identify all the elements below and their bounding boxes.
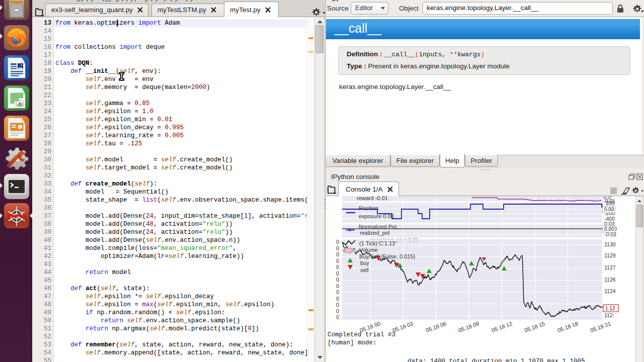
svg-text:0: 0: [336, 314, 339, 320]
svg-text:0: 0: [336, 277, 339, 283]
svg-text:Volume: Volume: [359, 247, 378, 253]
svg-text:0: 0: [336, 239, 339, 245]
svg-text:Normalized PnL: Normalized PnL: [359, 224, 398, 230]
svg-text:200: 200: [606, 200, 615, 206]
svg-text:0: 0: [336, 296, 339, 302]
svg-text:0: 0: [336, 264, 339, 270]
svg-text:0: 0: [336, 289, 339, 295]
svg-text:05.18 15: 05.18 15: [523, 320, 545, 333]
svg-text:0.00: 0.00: [604, 226, 614, 232]
svg-text:0: 0: [336, 283, 339, 289]
svg-text:05.18 06: 05.18 06: [425, 320, 447, 333]
svg-text:0.00: 0.00: [604, 207, 614, 212]
svg-text:realized_pnl: realized_pnl: [360, 230, 389, 236]
svg-text:0: 0: [336, 308, 339, 314]
svg-text:1126: 1126: [604, 277, 616, 283]
svg-text:112:: 112:: [604, 312, 614, 318]
svg-text:0: 0: [336, 258, 339, 264]
svg-text:1129: 1129: [604, 252, 616, 258]
svg-text:0: 0: [336, 245, 339, 251]
svg-text:1124: 1124: [604, 288, 616, 294]
svg-text:Buy/Sell (False, 0.015): Buy/Sell (False, 0.015): [359, 253, 415, 259]
svg-text:(1 Tick) C:1.12: (1 Tick) C:1.12: [359, 240, 395, 246]
svg-text:1.12: 1.12: [605, 306, 615, 311]
svg-text:0: 0: [336, 302, 339, 308]
svg-text:buy: buy: [360, 260, 369, 266]
svg-text:Position: Position: [359, 205, 378, 211]
svg-text:reward -0.01: reward -0.01: [357, 196, 388, 201]
svg-text:0: 0: [336, 270, 339, 277]
svg-text:05.18 21: 05.18 21: [589, 320, 611, 333]
svg-text:exposure 0.00: exposure 0.00: [359, 213, 394, 219]
svg-text:1127: 1127: [604, 264, 616, 270]
svg-text:05.18 12: 05.18 12: [491, 320, 513, 333]
svg-text:05.18 09: 05.18 09: [457, 320, 479, 333]
svg-text:0: 0: [336, 251, 339, 257]
svg-text:1130: 1130: [604, 241, 616, 247]
svg-text:05.18 18: 05.18 18: [556, 320, 579, 333]
svg-text:sell: sell: [360, 267, 369, 273]
